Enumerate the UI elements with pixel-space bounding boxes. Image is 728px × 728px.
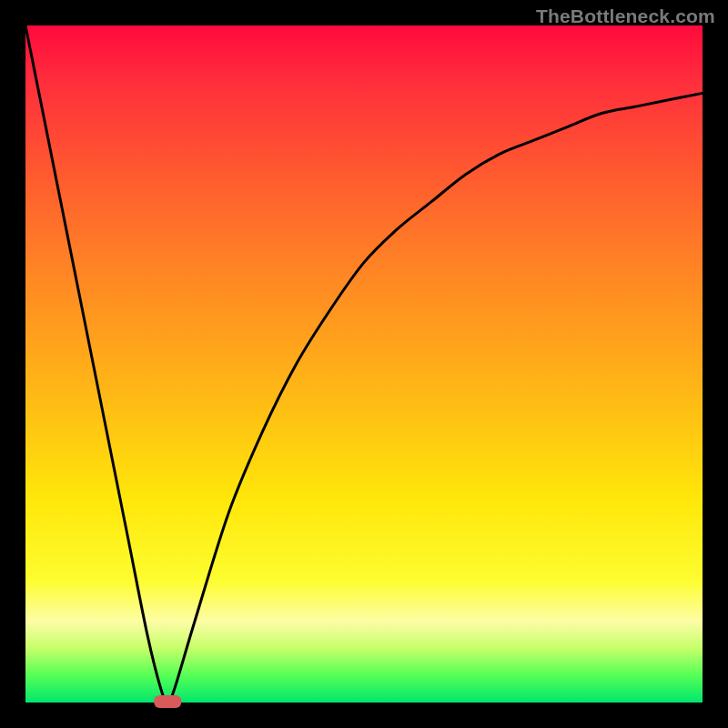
chart-frame: TheBottleneck.com: [0, 0, 728, 728]
curve-layer: [25, 25, 703, 703]
watermark-label: TheBottleneck.com: [536, 5, 715, 27]
minimum-marker: [154, 695, 181, 708]
plot-area: [25, 25, 703, 703]
bottleneck-curve: [25, 25, 703, 703]
